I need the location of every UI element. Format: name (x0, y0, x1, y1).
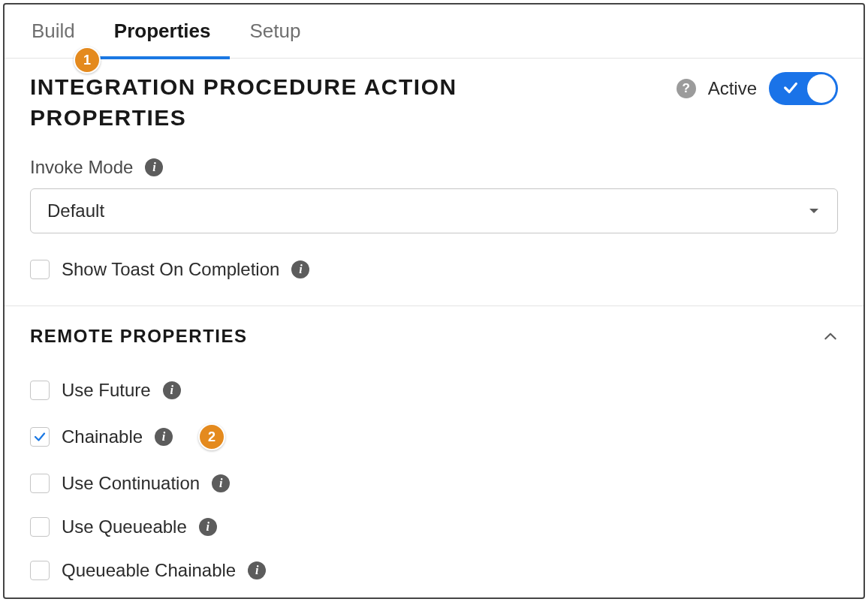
show-toast-row: Show Toast On Completion i (30, 253, 838, 286)
remote-properties-header[interactable]: REMOTE PROPERTIES (30, 326, 838, 347)
chainable-row: Chainable i 2 (30, 417, 838, 456)
invoke-mode-label-row: Invoke Mode i (30, 157, 838, 178)
use-future-checkbox[interactable] (30, 381, 50, 400)
tab-bar: Build Properties Setup (5, 5, 863, 59)
use-queueable-row: Use Queueable i (30, 510, 838, 543)
check-icon (782, 80, 799, 96)
use-continuation-label: Use Continuation (62, 473, 200, 494)
active-toggle[interactable] (769, 72, 838, 105)
use-queueable-label: Use Queueable (62, 516, 187, 537)
chainable-label: Chainable (62, 426, 143, 447)
help-icon[interactable]: ? (677, 79, 696, 98)
info-icon[interactable]: i (212, 474, 230, 492)
info-icon[interactable]: i (163, 381, 181, 399)
invoke-mode-select[interactable]: Default (30, 188, 838, 233)
callout-badge-1: 1 (74, 47, 101, 74)
use-future-label: Use Future (62, 380, 151, 401)
invoke-mode-label: Invoke Mode (30, 157, 133, 178)
use-queueable-checkbox[interactable] (30, 517, 50, 537)
chainable-checkbox[interactable] (30, 427, 50, 447)
callout-badge-2: 2 (198, 423, 225, 450)
action-properties-section: INTEGRATION PROCEDURE ACTION PROPERTIES … (5, 59, 863, 306)
remote-properties-title: REMOTE PROPERTIES (30, 326, 248, 347)
active-label: Active (708, 78, 757, 99)
queueable-chainable-label: Queueable Chainable (62, 560, 236, 581)
remote-properties-body: Use Future i Chainable i 2 Use Continuat… (30, 374, 838, 587)
info-icon[interactable]: i (248, 561, 266, 579)
info-icon[interactable]: i (199, 518, 217, 536)
invoke-mode-value: Default (47, 200, 104, 221)
app-frame: Build Properties Setup 1 INTEGRATION PRO… (3, 3, 865, 599)
chevron-up-icon (823, 329, 838, 344)
show-toast-checkbox[interactable] (30, 260, 50, 279)
tab-setup[interactable]: Setup (230, 5, 320, 59)
active-group: ? Active (677, 72, 838, 105)
info-icon[interactable]: i (145, 158, 163, 176)
use-continuation-row: Use Continuation i (30, 467, 838, 500)
show-toast-label: Show Toast On Completion (62, 259, 279, 280)
info-icon[interactable]: i (155, 428, 173, 446)
chevron-down-icon (807, 204, 821, 218)
use-future-row: Use Future i (30, 374, 838, 407)
queueable-chainable-row: Queueable Chainable i (30, 554, 838, 587)
section-title: INTEGRATION PROCEDURE ACTION PROPERTIES (30, 72, 481, 133)
tab-properties[interactable]: Properties (95, 5, 231, 59)
queueable-chainable-checkbox[interactable] (30, 561, 50, 580)
use-continuation-checkbox[interactable] (30, 474, 50, 493)
remote-properties-section: REMOTE PROPERTIES Use Future i Chainable… (5, 306, 863, 599)
toggle-knob (807, 74, 836, 103)
info-icon[interactable]: i (291, 260, 309, 278)
